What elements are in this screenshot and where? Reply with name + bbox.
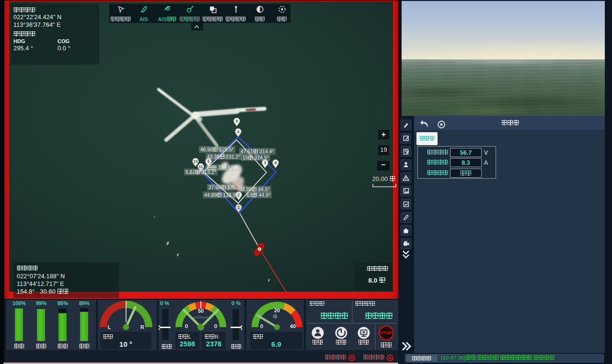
svg-text:8: 8 (275, 160, 277, 165)
svg-text:20: 20 (274, 307, 280, 313)
svg-text:9: 9 (236, 119, 238, 124)
svg-text:1: 1 (238, 205, 240, 210)
svg-text:0: 0 (214, 323, 217, 329)
svg-text:0: 0 (260, 323, 263, 329)
svg-text:50: 50 (198, 308, 204, 314)
svg-text:4: 4 (237, 129, 240, 134)
svg-text:x100rpm: x100rpm (193, 315, 208, 319)
svg-text:R: R (140, 324, 144, 330)
svg-text:3: 3 (264, 160, 266, 165)
svg-text:40: 40 (290, 323, 296, 329)
svg-text:10: 10 (193, 159, 198, 164)
svg-text:0: 0 (185, 323, 188, 329)
svg-text:L: L (108, 324, 111, 330)
